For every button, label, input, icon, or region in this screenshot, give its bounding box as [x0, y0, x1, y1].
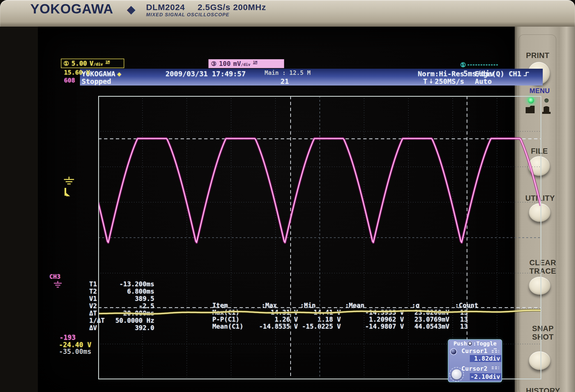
push-label: Push [454, 340, 467, 347]
lcd-brand-diamond-icon: ◆ [117, 70, 121, 78]
cursor1-label: Cursor1 [461, 347, 487, 354]
rising-edge-icon [523, 71, 530, 77]
ch1-extra-count: 608 [64, 77, 75, 84]
trigger-level-icon[interactable] [63, 187, 71, 197]
left-edge-time: -35.00ms [59, 348, 91, 356]
ch3-trace-label: CH3 [49, 273, 61, 280]
cursor2-value: -2.10div [470, 373, 501, 380]
ch1-level-dashes [468, 64, 498, 65]
menu-label: MENU [528, 87, 551, 95]
print-label: PRINT [522, 51, 553, 60]
record-mode: Norm:Hi-Res [418, 70, 464, 78]
printer-icon [540, 103, 552, 115]
record-length: Main : 12.5 M [264, 70, 311, 76]
branding: YOKOGAWA ◆ DLM2024 2.5GS/s 200MHz MIXED … [30, 1, 266, 18]
acq-count: 21 [280, 77, 289, 86]
ch3-number: ③ [211, 60, 217, 67]
top-bezel: YOKOGAWA ◆ DLM2024 2.5GS/s 200MHz MIXED … [0, 0, 575, 27]
graticule-svg [98, 96, 541, 379]
brand-logo: YOKOGAWA [30, 1, 113, 17]
cursor2-knob-icon[interactable] [452, 369, 462, 379]
ch1-ground-icon[interactable] [62, 176, 76, 187]
menu-led-off [544, 98, 549, 103]
ch1-unit: V [89, 60, 93, 67]
ch1-impedance: 1M [105, 60, 110, 64]
model-subtitle: MIXED SIGNAL OSCILLOSCOPE [146, 12, 266, 18]
ch1-position-indicator: ① [460, 61, 466, 68]
cursor-knob-panel: Push :Toggle Cursor1 1.82div Cursor2 -2.… [448, 339, 502, 382]
cursor1-value: 1.82div [470, 355, 501, 362]
left-edge-sample: -193 [59, 334, 76, 342]
toggle-label: :Toggle [473, 340, 496, 347]
oscilloscope-front: YOKOGAWA ◆ DLM2024 2.5GS/s 200MHz MIXED … [0, 0, 575, 392]
ch3-unit-div: /div [241, 62, 250, 67]
datetime: 2009/03/31 17:49:57 [165, 70, 246, 78]
ch3-impedance: 1M [253, 61, 257, 64]
cursor2-dashes-icon [491, 366, 500, 371]
cursor1-dashes-icon [491, 348, 500, 353]
cursor2-label: Cursor2 [461, 365, 487, 372]
history-label: HISTORY [526, 387, 560, 392]
ch1-settings-box[interactable]: ① 5.00 V/div 1M [61, 59, 124, 68]
ch3-unit: mV [233, 60, 241, 67]
ch1-number: ① [63, 60, 69, 67]
trigger-mode: Auto [475, 77, 492, 86]
lcd-screen: YOKOGAWA ◆ 2009/03/31 17:49:57 Stopped 2… [38, 27, 515, 392]
ch1-scale: 5.00 [72, 60, 87, 67]
brand-diamond-icon: ◆ [127, 1, 135, 17]
model-specs: 2.5GS/s 200MHz [198, 3, 266, 12]
ch3-scale: 100 [219, 60, 231, 67]
ch1-unit-div: /div [93, 62, 103, 66]
sample-rate: 250MS/s [435, 77, 464, 86]
cursor1-knob-icon[interactable] [450, 348, 457, 355]
ch3-settings-box[interactable]: ③ 100 mV/div 1M [208, 59, 284, 68]
model-number: DLM2024 [146, 3, 185, 12]
trigger-pos-label: T [423, 77, 427, 86]
ch3-ground-icon[interactable] [52, 280, 63, 289]
ch1-offset: 15.60 V [64, 69, 90, 76]
acq-status: Stopped [82, 77, 111, 86]
time-per-div: 5ms/div [463, 70, 494, 78]
push-knob-icon[interactable] [468, 341, 472, 346]
trigger-position-icon [429, 79, 433, 85]
